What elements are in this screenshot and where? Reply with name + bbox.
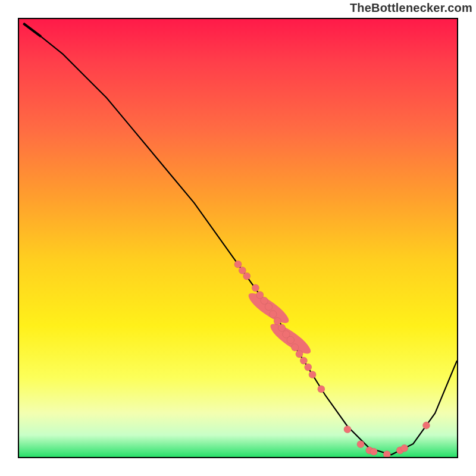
scatter-point (383, 450, 390, 457)
scatter-point (370, 448, 377, 455)
scatter-points-group (234, 261, 430, 457)
scatter-point (422, 422, 430, 429)
scatter-point (296, 350, 303, 358)
scatter-point (309, 371, 316, 378)
chart-canvas (18, 18, 458, 458)
scatter-point (292, 344, 299, 351)
scatter-point (287, 336, 294, 343)
watermark-text: TheBottlenecker.com (350, 1, 472, 15)
chart-svg (19, 19, 457, 457)
bottleneck-curve-start-edge (23, 23, 40, 36)
scatter-point (265, 303, 272, 310)
scatter-point (270, 311, 277, 318)
scatter-point (234, 261, 242, 268)
scatter-point (357, 440, 364, 447)
scatter-point (274, 318, 281, 325)
scatter-point (278, 324, 285, 331)
scatter-point (305, 364, 312, 371)
bottleneck-curve-line (23, 23, 457, 455)
scatter-point (300, 357, 307, 364)
scatter-point (318, 386, 325, 393)
scatter-point (401, 444, 408, 452)
scatter-point (252, 284, 259, 292)
scatter-point (261, 297, 268, 304)
scatter-point (344, 425, 351, 433)
scatter-point (243, 273, 250, 280)
